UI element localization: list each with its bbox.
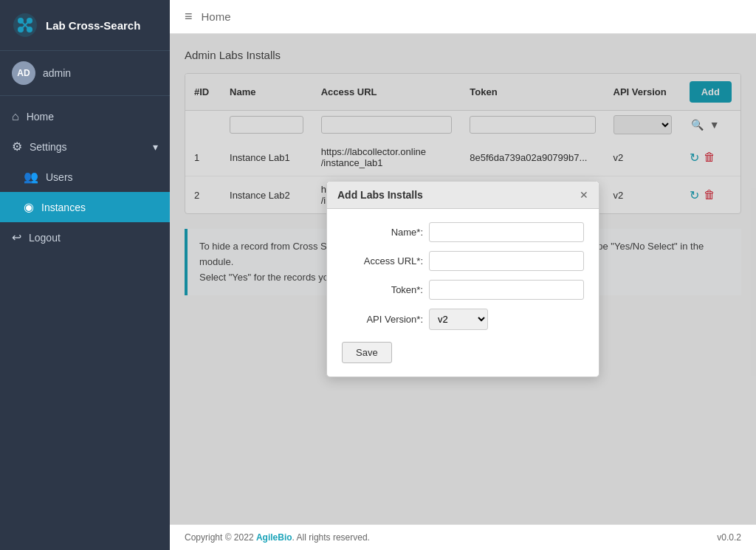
- home-icon: ⌂: [12, 110, 19, 123]
- api-version-field-label: API Version*:: [342, 314, 423, 325]
- footer-brand: AgileBio: [256, 532, 292, 543]
- name-field[interactable]: [429, 222, 584, 242]
- modal-header: Add Labs Installs ✕: [327, 182, 599, 209]
- users-icon: 👥: [24, 170, 38, 184]
- sidebar: Lab Cross-Search AD admin ⌂ Home ⚙ Setti…: [0, 0, 170, 550]
- content-area: Admin Labs Installs #ID Name Access URL …: [170, 34, 756, 524]
- modal-title: Add Labs Installs: [337, 189, 423, 201]
- menu-icon[interactable]: ≡: [185, 9, 193, 24]
- footer-copyright: Copyright © 2022 AgileBio. All rights re…: [185, 532, 370, 543]
- settings-label: Settings: [30, 141, 67, 153]
- instances-label: Instances: [41, 202, 86, 213]
- access-url-field-label: Access URL*:: [342, 255, 423, 267]
- token-field[interactable]: [429, 280, 584, 300]
- modal-overlay: Add Labs Installs ✕ Name*: Access URL*: …: [170, 34, 756, 524]
- home-label: Home: [27, 111, 54, 123]
- instances-icon: ◉: [24, 200, 34, 214]
- avatar: AD: [12, 61, 35, 85]
- token-field-label: Token*:: [342, 284, 423, 295]
- form-row-access-url: Access URL*:: [342, 251, 584, 271]
- sidebar-item-users[interactable]: 👥 Users: [0, 162, 170, 192]
- form-row-api-version: API Version*: v2: [342, 309, 584, 330]
- logo-icon: [12, 12, 38, 38]
- footer: Copyright © 2022 AgileBio. All rights re…: [170, 524, 756, 550]
- sidebar-item-settings[interactable]: ⚙ Settings ▾: [0, 131, 170, 162]
- sidebar-item-home[interactable]: ⌂ Home: [0, 102, 170, 131]
- username-label: admin: [43, 67, 71, 79]
- modal-close-button[interactable]: ✕: [580, 190, 588, 200]
- sidebar-item-instances[interactable]: ◉ Instances: [0, 192, 170, 222]
- main-content: ≡ Home Admin Labs Installs #ID Name Acce…: [170, 0, 756, 550]
- app-title: Lab Cross-Search: [46, 19, 140, 32]
- topbar-title: Home: [202, 10, 231, 23]
- form-row-token: Token*:: [342, 280, 584, 300]
- settings-icon: ⚙: [12, 140, 22, 154]
- save-button[interactable]: Save: [342, 342, 392, 363]
- sidebar-navigation: ⌂ Home ⚙ Settings ▾ 👥 Users ◉ Instances …: [0, 96, 170, 550]
- topbar: ≡ Home: [170, 0, 756, 34]
- add-labs-modal: Add Labs Installs ✕ Name*: Access URL*: …: [326, 181, 599, 377]
- modal-body: Name*: Access URL*: Token*: API Version*…: [327, 209, 599, 377]
- api-version-select[interactable]: v2: [429, 309, 488, 330]
- user-profile: AD admin: [0, 51, 170, 96]
- logout-icon: ↩: [12, 230, 21, 244]
- sidebar-item-logout[interactable]: ↩ Logout: [0, 222, 170, 252]
- name-field-label: Name*:: [342, 227, 423, 238]
- footer-version: v0.0.2: [717, 532, 741, 543]
- chevron-down-icon: ▾: [153, 141, 158, 153]
- access-url-field[interactable]: [429, 251, 584, 271]
- footer-rights: . All rights reserved.: [292, 532, 370, 543]
- footer-copyright-text: Copyright © 2022: [185, 532, 256, 543]
- logout-label: Logout: [29, 232, 61, 244]
- users-label: Users: [46, 171, 73, 183]
- sidebar-logo: Lab Cross-Search: [0, 0, 170, 51]
- form-row-name: Name*:: [342, 222, 584, 242]
